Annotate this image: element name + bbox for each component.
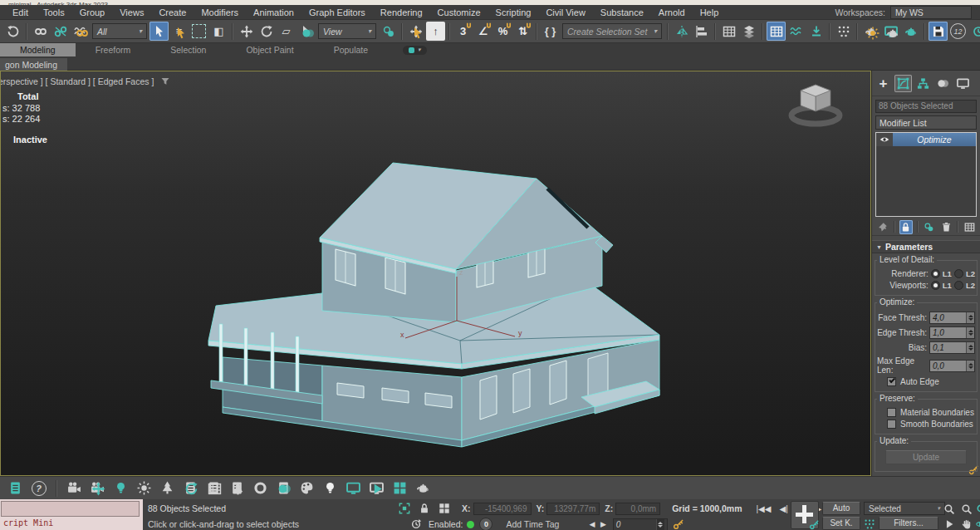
menu-civil-view[interactable]: Civil View	[538, 7, 592, 17]
render-teapot-icon[interactable]	[414, 479, 432, 497]
tab-hierarchy[interactable]	[914, 75, 932, 92]
align-icon[interactable]	[692, 22, 711, 41]
spinner-arrows[interactable]	[966, 327, 974, 338]
photometric-light-icon[interactable]	[321, 479, 339, 497]
spinner-arrows[interactable]	[966, 342, 974, 353]
pin-stack-icon[interactable]	[876, 220, 889, 234]
modifier-list-dropdown[interactable]: Modifier List	[875, 115, 977, 130]
tab-modify[interactable]	[894, 75, 912, 92]
refresh-scene-icon[interactable]	[182, 479, 199, 497]
plant-library-icon[interactable]	[228, 479, 246, 497]
bitmap-pages-icon[interactable]	[275, 479, 292, 497]
compact-material-editor-icon[interactable]	[881, 22, 900, 41]
viewports-l1-radio[interactable]	[931, 281, 940, 290]
selection-lock-icon[interactable]	[417, 501, 432, 516]
extended-viewport-icon[interactable]	[391, 479, 409, 497]
particle-view-icon[interactable]	[834, 22, 853, 41]
create-camera-from-view-icon[interactable]	[89, 479, 106, 497]
select-by-name-icon[interactable]: ≡	[169, 22, 189, 41]
modifier-visibility-eye-icon[interactable]	[876, 133, 893, 146]
edge-thresh-field[interactable]: 1,0	[929, 326, 975, 339]
enabled-count-badge[interactable]: 0	[479, 518, 492, 530]
modifier-optimize[interactable]: Optimize	[893, 133, 976, 146]
absolute-offset-mode-icon[interactable]	[437, 501, 452, 516]
viewport-canvas-icon[interactable]	[345, 479, 362, 497]
viewport-filter-icon[interactable]	[160, 76, 170, 86]
rectangular-selection-region-icon[interactable]	[189, 22, 208, 41]
menu-rendering[interactable]: Rendering	[373, 7, 430, 17]
menu-customize[interactable]: Customize	[430, 7, 488, 17]
tab-display[interactable]	[954, 75, 972, 92]
workspace-selector[interactable]: My WS	[890, 6, 972, 19]
viewport-label[interactable]: erspective ] [ Standard ] [ Edged Faces …	[0, 76, 170, 86]
bind-to-spacewarp-icon[interactable]	[71, 22, 90, 41]
menu-animation[interactable]: Animation	[246, 7, 301, 17]
select-and-move-icon[interactable]	[237, 22, 256, 41]
select-and-manipulate-icon[interactable]	[406, 22, 425, 41]
menu-group[interactable]: Group	[72, 7, 113, 17]
slate-material-editor-icon[interactable]	[901, 22, 920, 41]
unlink-selection-icon[interactable]	[51, 22, 70, 41]
edit-named-selection-sets-icon[interactable]: { }	[541, 22, 560, 41]
snaps-toggle-3d-icon[interactable]: 3	[453, 22, 473, 41]
max-edge-len-field[interactable]: 0,0	[929, 360, 975, 372]
select-and-link-icon[interactable]	[31, 22, 50, 41]
material-boundaries-checkbox[interactable]	[887, 408, 896, 417]
x-coord-field[interactable]: -15400,969	[473, 503, 532, 515]
selection-filter-dropdown[interactable]: All▾	[92, 23, 147, 39]
menu-graph-editors[interactable]: Graph Editors	[301, 7, 373, 17]
update-button[interactable]: Update	[885, 450, 967, 464]
face-thresh-field[interactable]: 4,0	[929, 312, 975, 324]
create-camera-icon[interactable]	[66, 479, 83, 497]
maxscript-mini-listener[interactable]: cript Mini	[0, 499, 143, 530]
menu-tools[interactable]: Tools	[36, 7, 72, 17]
field-of-view-icon[interactable]	[942, 517, 957, 530]
zoom-extents-icon[interactable]	[974, 502, 980, 517]
select-and-rotate-icon[interactable]	[257, 22, 276, 41]
auto-key-button[interactable]: Auto	[822, 502, 860, 515]
create-light-icon[interactable]	[112, 479, 130, 497]
layer-list-icon[interactable]	[739, 22, 758, 41]
menu-arnold[interactable]: Arnold	[651, 7, 693, 17]
key-filters-icon[interactable]	[862, 517, 877, 530]
use-pivot-point-center-icon[interactable]	[379, 22, 398, 41]
set-key-button[interactable]: Set K.	[822, 517, 860, 530]
toggle-set-key-mode-button[interactable]	[791, 501, 819, 529]
orbit-icon[interactable]	[974, 517, 980, 530]
bias-field[interactable]: 0,1	[929, 341, 975, 354]
tab-motion[interactable]	[934, 75, 952, 92]
named-selection-set-dropdown[interactable]: Create Selection Set▾	[562, 23, 662, 39]
dope-sheet-icon[interactable]	[806, 22, 826, 41]
parameters-rollout-header[interactable]: ▼ Parameters	[872, 240, 980, 253]
key-filters-button[interactable]: Filters...	[879, 517, 938, 530]
spinner-arrows[interactable]	[656, 519, 664, 530]
window-crossing-toggle-icon[interactable]: ◧	[209, 22, 228, 41]
z-coord-field[interactable]: 0,0mm	[615, 503, 660, 515]
ribbon-tab-modeling[interactable]: Modeling	[0, 43, 76, 56]
video-playback-icon[interactable]	[368, 479, 385, 497]
palette-icon[interactable]	[298, 479, 316, 497]
perspective-viewport[interactable]: erspective ] [ Standard ] [ Edged Faces …	[0, 71, 871, 476]
curve-editor-icon[interactable]	[786, 22, 806, 41]
previous-frame-button[interactable]: ◀|	[775, 504, 791, 513]
modifier-stack[interactable]: Optimize	[875, 132, 977, 217]
zoom-icon[interactable]	[942, 502, 957, 517]
spinner-snap-toggle-icon[interactable]: ⇅	[513, 22, 532, 41]
menu-modifiers[interactable]: Modifiers	[194, 7, 246, 17]
ribbon-tab-object-paint[interactable]: Object Paint	[226, 43, 313, 56]
angle-snap-toggle-icon[interactable]: ∠	[473, 22, 492, 41]
mirror-icon[interactable]	[672, 22, 691, 41]
isolate-selection-icon[interactable]	[397, 501, 412, 516]
select-and-place-icon[interactable]	[296, 22, 316, 41]
renderer-l1-radio[interactable]	[931, 269, 940, 278]
key-step-buttons[interactable]: ◀ ▶	[589, 520, 607, 528]
menu-create[interactable]: Create	[151, 7, 194, 17]
menu-views[interactable]: Views	[112, 7, 151, 17]
key-mode-toggle-icon[interactable]	[671, 517, 686, 530]
mini-listener-input[interactable]	[1, 501, 140, 517]
ribbon-minimize-button[interactable]: ▾	[403, 46, 427, 55]
asset-library-icon[interactable]	[205, 479, 223, 497]
viewports-l2-radio[interactable]	[954, 281, 963, 290]
spinner-arrows[interactable]	[966, 312, 974, 323]
house-model[interactable]: x y z	[198, 148, 671, 455]
